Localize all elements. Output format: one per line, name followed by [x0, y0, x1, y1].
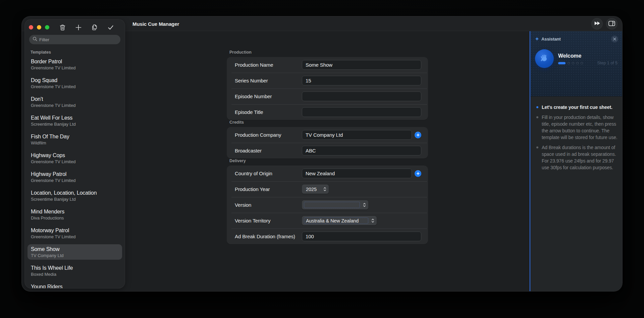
field-label: Version: [235, 202, 302, 208]
waving-hand-icon: [539, 53, 549, 64]
field-label: Country of Origin: [235, 171, 302, 176]
list-item[interactable]: Dog SquadGreenstone TV Limited: [28, 75, 122, 91]
search-icon: [33, 37, 37, 43]
progress-segment-filled: [558, 62, 566, 64]
template-subtitle: Greenstone TV Limited: [31, 159, 119, 165]
list-item[interactable]: Some ShowTV Company Ltd: [28, 244, 122, 260]
close-window-button[interactable]: [29, 25, 33, 29]
close-icon: [613, 37, 616, 42]
template-subtitle: Greenstone TV Limited: [31, 178, 119, 183]
confirm-button[interactable]: [108, 25, 114, 30]
window-controls: [29, 25, 49, 29]
template-title: Highway Patrol: [31, 171, 119, 178]
text-input[interactable]: [302, 107, 421, 117]
zoom-window-button[interactable]: [45, 25, 49, 29]
list-item[interactable]: This Is Wheel LifeBoxed Media: [28, 263, 122, 278]
minimize-window-button[interactable]: [37, 25, 41, 29]
text-input[interactable]: [302, 76, 421, 85]
trash-icon: [59, 24, 66, 31]
text-input[interactable]: [302, 91, 421, 101]
section-label: Delivery: [229, 158, 428, 163]
select-value: 2025: [306, 187, 321, 192]
text-input[interactable]: [302, 169, 412, 178]
duplicate-template-button[interactable]: [91, 24, 98, 31]
add-button[interactable]: +: [415, 132, 421, 138]
form-card: Production Company+Broadcaster: [227, 127, 428, 158]
step-progress-indicator: [558, 62, 583, 64]
progress-segment-empty: [576, 62, 579, 64]
select-popup[interactable]: 2025: [302, 185, 329, 194]
template-subtitle: Screentime Banijay Ltd: [31, 122, 119, 127]
titlebar-actions: [591, 18, 618, 29]
template-title: Eat Well For Less: [31, 115, 119, 121]
form-row: Production Name: [227, 57, 428, 73]
bullet-icon: [536, 116, 538, 118]
text-input[interactable]: [302, 130, 412, 140]
bullet-icon: [536, 106, 538, 108]
template-title: Highway Cops: [31, 152, 119, 159]
field-label: Episode Title: [235, 109, 302, 115]
template-title: Mind Menders: [31, 208, 119, 215]
field-label: Production Year: [235, 186, 302, 192]
list-item[interactable]: Mind MendersDiva Productions: [28, 207, 122, 222]
form-row: Version: [227, 197, 428, 213]
list-item[interactable]: Don'tGreenstone TV Limited: [28, 94, 122, 110]
sidebar-toolbar: [25, 19, 125, 31]
text-input[interactable]: [302, 60, 421, 70]
add-template-button[interactable]: [75, 24, 82, 30]
select-value: Australia & New Zealand: [306, 218, 369, 224]
list-item[interactable]: Location, Location, LocationScreentime B…: [28, 188, 122, 203]
assistant-tip: Fill in your production details, show ti…: [536, 114, 618, 141]
template-title: This Is Wheel Life: [31, 265, 119, 271]
duplicate-icon: [91, 24, 98, 31]
assistant-step-title: Welcome: [558, 53, 583, 59]
add-button[interactable]: +: [415, 170, 421, 177]
form-row: Country of Origin+: [227, 166, 428, 181]
assistant-panel: Assistant: [530, 31, 622, 291]
assistant-tip: Let's create your first cue sheet.: [536, 104, 618, 111]
assistant-header-label: Assistant: [541, 37, 561, 42]
section-label: Credits: [229, 120, 428, 125]
section-label: Production: [229, 50, 428, 55]
plus-icon: [75, 24, 82, 30]
template-title: Motorway Patrol: [31, 227, 119, 234]
list-item[interactable]: Highway CopsGreenstone TV Limited: [28, 150, 122, 166]
select-popup[interactable]: [302, 200, 368, 209]
delete-template-button[interactable]: [59, 24, 66, 31]
continue-button[interactable]: [591, 18, 603, 29]
tip-text: Fill in your production details, show ti…: [542, 114, 618, 141]
template-form: ProductionProduction NameSeries NumberEp…: [227, 31, 428, 244]
bullet-icon: [536, 146, 538, 148]
chevron-up-down-icon: [323, 187, 326, 191]
form-row: Version TerritoryAustralia & New Zealand: [227, 213, 428, 229]
text-input[interactable]: [302, 232, 421, 241]
progress-segment-empty: [572, 62, 574, 64]
template-title: Location, Location, Location: [31, 190, 119, 196]
chevron-up-down-icon: [363, 203, 366, 207]
assistant-close-button[interactable]: [611, 36, 618, 43]
toggle-assistant-panel-button[interactable]: [606, 18, 618, 29]
template-subtitle: Screentime Banijay Ltd: [31, 197, 119, 202]
toggle-panel-icon: [608, 21, 615, 27]
template-subtitle: Boxed Media: [31, 272, 119, 277]
select-popup[interactable]: Australia & New Zealand: [302, 216, 377, 225]
window-title: Music Cue Manager: [132, 16, 179, 31]
filter-field[interactable]: Filter: [29, 35, 120, 44]
list-item[interactable]: Fish Of The DayWildfilm: [28, 132, 122, 147]
assistant-tips-list: Let's create your first cue sheet.Fill i…: [530, 97, 622, 174]
form-row: Ad Break Duration (frames): [227, 229, 428, 244]
field-label: Version Territory: [235, 218, 302, 224]
fast-forward-icon: [594, 21, 600, 26]
list-item[interactable]: Motorway PatrolGreenstone TV Limited: [28, 226, 122, 241]
list-item[interactable]: Eat Well For LessScreentime Banijay Ltd: [28, 113, 122, 128]
templates-section-label: Templates: [31, 50, 125, 55]
list-item[interactable]: Highway PatrolGreenstone TV Limited: [28, 169, 122, 185]
list-item[interactable]: Border PatrolGreenstone TV Limited: [28, 57, 122, 72]
template-list: Border PatrolGreenstone TV LimitedDog Sq…: [25, 56, 125, 288]
list-item[interactable]: Young Riders: [28, 282, 122, 288]
form-row: Episode Number: [227, 88, 428, 104]
template-title: Don't: [31, 96, 119, 103]
field-label: Episode Number: [235, 93, 302, 99]
template-title: Young Riders: [31, 283, 119, 288]
text-input[interactable]: [302, 146, 421, 155]
